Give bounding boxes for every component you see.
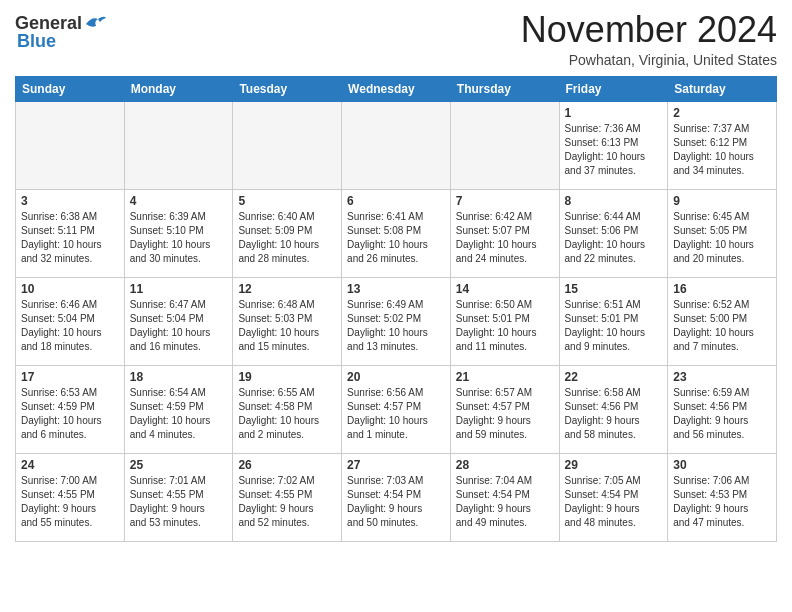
day-number: 3 <box>21 194 119 208</box>
calendar-week-1: 1Sunrise: 7:36 AMSunset: 6:13 PMDaylight… <box>16 101 777 189</box>
calendar-cell: 24Sunrise: 7:00 AMSunset: 4:55 PMDayligh… <box>16 453 125 541</box>
day-number: 15 <box>565 282 663 296</box>
calendar-cell: 17Sunrise: 6:53 AMSunset: 4:59 PMDayligh… <box>16 365 125 453</box>
day-info: Sunrise: 7:00 AMSunset: 4:55 PMDaylight:… <box>21 474 119 530</box>
calendar-cell: 15Sunrise: 6:51 AMSunset: 5:01 PMDayligh… <box>559 277 668 365</box>
calendar-cell: 7Sunrise: 6:42 AMSunset: 5:07 PMDaylight… <box>450 189 559 277</box>
day-info: Sunrise: 6:55 AMSunset: 4:58 PMDaylight:… <box>238 386 336 442</box>
weekday-header-saturday: Saturday <box>668 76 777 101</box>
calendar-cell: 6Sunrise: 6:41 AMSunset: 5:08 PMDaylight… <box>342 189 451 277</box>
day-number: 16 <box>673 282 771 296</box>
day-number: 22 <box>565 370 663 384</box>
day-info: Sunrise: 6:50 AMSunset: 5:01 PMDaylight:… <box>456 298 554 354</box>
day-number: 19 <box>238 370 336 384</box>
weekday-header-thursday: Thursday <box>450 76 559 101</box>
day-number: 8 <box>565 194 663 208</box>
day-info: Sunrise: 6:38 AMSunset: 5:11 PMDaylight:… <box>21 210 119 266</box>
calendar-cell: 27Sunrise: 7:03 AMSunset: 4:54 PMDayligh… <box>342 453 451 541</box>
day-info: Sunrise: 6:57 AMSunset: 4:57 PMDaylight:… <box>456 386 554 442</box>
day-number: 10 <box>21 282 119 296</box>
calendar-week-2: 3Sunrise: 6:38 AMSunset: 5:11 PMDaylight… <box>16 189 777 277</box>
day-number: 17 <box>21 370 119 384</box>
day-info: Sunrise: 6:40 AMSunset: 5:09 PMDaylight:… <box>238 210 336 266</box>
day-info: Sunrise: 6:56 AMSunset: 4:57 PMDaylight:… <box>347 386 445 442</box>
day-number: 28 <box>456 458 554 472</box>
calendar-cell <box>16 101 125 189</box>
calendar-cell: 10Sunrise: 6:46 AMSunset: 5:04 PMDayligh… <box>16 277 125 365</box>
month-title: November 2024 <box>521 10 777 50</box>
day-number: 25 <box>130 458 228 472</box>
calendar-table: SundayMondayTuesdayWednesdayThursdayFrid… <box>15 76 777 542</box>
day-number: 20 <box>347 370 445 384</box>
calendar-cell <box>450 101 559 189</box>
day-number: 23 <box>673 370 771 384</box>
weekday-header-row: SundayMondayTuesdayWednesdayThursdayFrid… <box>16 76 777 101</box>
day-number: 14 <box>456 282 554 296</box>
header: General Blue November 2024 Powhatan, Vir… <box>15 10 777 68</box>
day-number: 9 <box>673 194 771 208</box>
day-number: 26 <box>238 458 336 472</box>
day-number: 12 <box>238 282 336 296</box>
calendar-cell <box>233 101 342 189</box>
day-info: Sunrise: 6:39 AMSunset: 5:10 PMDaylight:… <box>130 210 228 266</box>
day-number: 2 <box>673 106 771 120</box>
calendar-cell: 19Sunrise: 6:55 AMSunset: 4:58 PMDayligh… <box>233 365 342 453</box>
calendar-cell: 3Sunrise: 6:38 AMSunset: 5:11 PMDaylight… <box>16 189 125 277</box>
day-info: Sunrise: 6:41 AMSunset: 5:08 PMDaylight:… <box>347 210 445 266</box>
day-number: 30 <box>673 458 771 472</box>
weekday-header-tuesday: Tuesday <box>233 76 342 101</box>
day-number: 4 <box>130 194 228 208</box>
calendar-cell: 9Sunrise: 6:45 AMSunset: 5:05 PMDaylight… <box>668 189 777 277</box>
weekday-header-wednesday: Wednesday <box>342 76 451 101</box>
day-info: Sunrise: 6:48 AMSunset: 5:03 PMDaylight:… <box>238 298 336 354</box>
calendar-cell: 21Sunrise: 6:57 AMSunset: 4:57 PMDayligh… <box>450 365 559 453</box>
logo-bird-icon <box>84 14 106 32</box>
day-info: Sunrise: 7:37 AMSunset: 6:12 PMDaylight:… <box>673 122 771 178</box>
day-info: Sunrise: 7:02 AMSunset: 4:55 PMDaylight:… <box>238 474 336 530</box>
day-info: Sunrise: 6:51 AMSunset: 5:01 PMDaylight:… <box>565 298 663 354</box>
calendar-cell: 1Sunrise: 7:36 AMSunset: 6:13 PMDaylight… <box>559 101 668 189</box>
weekday-header-monday: Monday <box>124 76 233 101</box>
day-info: Sunrise: 6:47 AMSunset: 5:04 PMDaylight:… <box>130 298 228 354</box>
calendar-cell: 20Sunrise: 6:56 AMSunset: 4:57 PMDayligh… <box>342 365 451 453</box>
day-number: 24 <box>21 458 119 472</box>
calendar-cell: 28Sunrise: 7:04 AMSunset: 4:54 PMDayligh… <box>450 453 559 541</box>
weekday-header-friday: Friday <box>559 76 668 101</box>
day-number: 13 <box>347 282 445 296</box>
day-info: Sunrise: 7:36 AMSunset: 6:13 PMDaylight:… <box>565 122 663 178</box>
calendar-cell: 30Sunrise: 7:06 AMSunset: 4:53 PMDayligh… <box>668 453 777 541</box>
day-info: Sunrise: 6:52 AMSunset: 5:00 PMDaylight:… <box>673 298 771 354</box>
logo: General Blue <box>15 14 106 52</box>
calendar-week-4: 17Sunrise: 6:53 AMSunset: 4:59 PMDayligh… <box>16 365 777 453</box>
day-info: Sunrise: 7:04 AMSunset: 4:54 PMDaylight:… <box>456 474 554 530</box>
calendar-cell: 29Sunrise: 7:05 AMSunset: 4:54 PMDayligh… <box>559 453 668 541</box>
day-info: Sunrise: 6:44 AMSunset: 5:06 PMDaylight:… <box>565 210 663 266</box>
day-info: Sunrise: 6:49 AMSunset: 5:02 PMDaylight:… <box>347 298 445 354</box>
calendar-week-5: 24Sunrise: 7:00 AMSunset: 4:55 PMDayligh… <box>16 453 777 541</box>
title-block: November 2024 Powhatan, Virginia, United… <box>521 10 777 68</box>
calendar-cell: 26Sunrise: 7:02 AMSunset: 4:55 PMDayligh… <box>233 453 342 541</box>
calendar-cell: 5Sunrise: 6:40 AMSunset: 5:09 PMDaylight… <box>233 189 342 277</box>
day-number: 27 <box>347 458 445 472</box>
calendar-cell: 11Sunrise: 6:47 AMSunset: 5:04 PMDayligh… <box>124 277 233 365</box>
calendar-cell: 12Sunrise: 6:48 AMSunset: 5:03 PMDayligh… <box>233 277 342 365</box>
calendar-cell: 13Sunrise: 6:49 AMSunset: 5:02 PMDayligh… <box>342 277 451 365</box>
day-info: Sunrise: 6:54 AMSunset: 4:59 PMDaylight:… <box>130 386 228 442</box>
day-number: 18 <box>130 370 228 384</box>
calendar-cell: 22Sunrise: 6:58 AMSunset: 4:56 PMDayligh… <box>559 365 668 453</box>
day-number: 21 <box>456 370 554 384</box>
day-info: Sunrise: 7:06 AMSunset: 4:53 PMDaylight:… <box>673 474 771 530</box>
calendar-cell: 18Sunrise: 6:54 AMSunset: 4:59 PMDayligh… <box>124 365 233 453</box>
day-info: Sunrise: 7:03 AMSunset: 4:54 PMDaylight:… <box>347 474 445 530</box>
day-info: Sunrise: 6:58 AMSunset: 4:56 PMDaylight:… <box>565 386 663 442</box>
day-number: 5 <box>238 194 336 208</box>
day-info: Sunrise: 6:42 AMSunset: 5:07 PMDaylight:… <box>456 210 554 266</box>
day-number: 7 <box>456 194 554 208</box>
day-info: Sunrise: 7:01 AMSunset: 4:55 PMDaylight:… <box>130 474 228 530</box>
calendar-cell <box>124 101 233 189</box>
day-info: Sunrise: 6:46 AMSunset: 5:04 PMDaylight:… <box>21 298 119 354</box>
calendar-cell: 16Sunrise: 6:52 AMSunset: 5:00 PMDayligh… <box>668 277 777 365</box>
day-info: Sunrise: 6:53 AMSunset: 4:59 PMDaylight:… <box>21 386 119 442</box>
day-number: 6 <box>347 194 445 208</box>
day-info: Sunrise: 6:59 AMSunset: 4:56 PMDaylight:… <box>673 386 771 442</box>
